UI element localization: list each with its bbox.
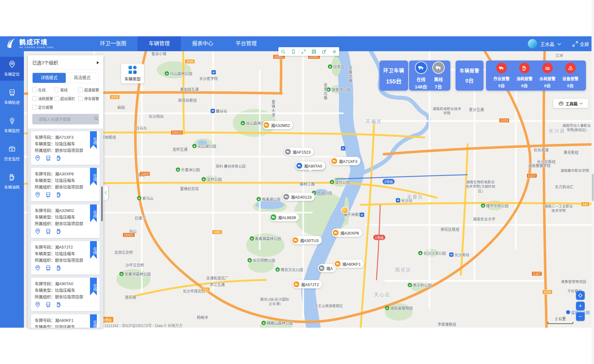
zoom-out-button[interactable]: − <box>576 312 585 321</box>
card-plate: 湘A90TA0 <box>55 281 73 286</box>
share-icon[interactable] <box>319 47 329 56</box>
chevron-down-icon[interactable] <box>557 41 561 47</box>
fuel-record-icon[interactable] <box>56 228 62 236</box>
search-input[interactable] <box>38 117 94 122</box>
card-type: 垃圾压缩车 <box>55 325 75 328</box>
tab-simple-mode[interactable]: 简洁模式 <box>66 73 99 83</box>
water-alarm-icon <box>542 63 553 73</box>
truck-icon <box>335 261 341 267</box>
checkbox-icon[interactable] <box>32 105 37 110</box>
track-vehicle-icon[interactable] <box>45 155 51 162</box>
filter-checkbox[interactable]: 在线 <box>32 87 54 92</box>
tab-detail-mode[interactable]: 详情模式 <box>33 73 66 83</box>
fuel-record-icon[interactable] <box>56 192 62 199</box>
checkbox-icon[interactable] <box>54 96 59 101</box>
mode-tabs: 详情模式 简洁模式 <box>32 73 99 83</box>
vehicle-plate: 湘A32M02 <box>271 122 290 128</box>
fuel-record-icon[interactable] <box>56 265 62 272</box>
vehicle-marker[interactable]: 湘AL8839 <box>270 213 299 222</box>
vehicle-marker[interactable]: 湘A30TU3 <box>291 236 322 245</box>
vehicle-card[interactable]: 车牌号码：湘A30XP6 车辆类型：垃圾压缩车 所属组织：厨余垃圾项目部 在线 <box>31 168 100 201</box>
rail-item-vehicle-track[interactable]: 车辆轨迹 <box>0 85 24 109</box>
locate-button[interactable] <box>576 291 585 300</box>
truck-icon <box>296 163 302 169</box>
checkbox-icon[interactable] <box>32 88 37 92</box>
filter-checkbox[interactable]: 超速报警 <box>78 87 99 92</box>
vehicle-marker[interactable]: 湘A <box>318 264 336 272</box>
checkbox-icon[interactable] <box>78 88 83 92</box>
vehicle-marker[interactable]: 湘A32M02 <box>263 121 293 129</box>
card-org: 厨余垃圾项目部 <box>55 258 83 263</box>
vehicle-marker[interactable]: 湘AD40123 <box>282 193 315 201</box>
scrollbar-thumb[interactable] <box>592 174 594 201</box>
brand-subtitle: HE CHENG HUAN JING <box>19 46 54 49</box>
track-vehicle-icon[interactable] <box>45 302 51 309</box>
truck-icon <box>283 194 289 200</box>
toolbox-button[interactable]: 工具箱 <box>553 99 588 108</box>
map-canvas[interactable]: 智谷小镇乌山森林公园长沙医学院黄金园互通观音岩枢纽麻园长沙西站白马与简家坳枢纽麓… <box>24 51 594 328</box>
vehicle-marker[interactable]: 湘A90TA0 <box>295 162 325 170</box>
mobile-view-icon[interactable] <box>289 47 299 56</box>
locate-vehicle-icon[interactable] <box>35 302 41 309</box>
track-vehicle-icon[interactable] <box>45 228 51 236</box>
search-icon[interactable] <box>94 116 99 122</box>
filter-checkbox[interactable]: 油耗报警 <box>32 96 54 101</box>
vehicle-card[interactable]: 车牌号码：湘A90TA0 车辆类型：垃圾压缩车 所属组织：厨余垃圾项目部 在线 <box>31 278 100 311</box>
filter-checkbox[interactable]: 定位报警 <box>32 105 54 110</box>
locate-vehicle-icon[interactable] <box>35 228 41 236</box>
card-plate: 湘A30XP6 <box>55 172 74 176</box>
filter-checkbox[interactable]: 离线 <box>54 87 78 92</box>
vehicle-card[interactable]: 车牌号码：湘A32M02 车辆类型：垃圾压缩车 所属组织：厨余垃圾项目部 在线 <box>31 204 100 238</box>
card-plate: 湘A80KF1 <box>55 318 74 323</box>
vehicle-marker[interactable]: 湘A80KF1 <box>334 260 364 268</box>
expand-icon[interactable] <box>299 47 309 56</box>
locate-vehicle-icon[interactable] <box>35 155 41 162</box>
vehicle-card[interactable]: 车牌号码：湘A80KF1 车辆类型：垃圾压缩车 所属组织：厨余垃圾项目部 在线 <box>31 314 100 328</box>
card-type: 垃圾压缩车 <box>55 288 75 293</box>
vehicle-plate: 湘A <box>326 265 333 271</box>
filter-checkbox[interactable]: 超出围栏 <box>54 96 78 101</box>
fuel-record-icon[interactable] <box>56 155 62 162</box>
user-avatar[interactable] <box>528 39 537 48</box>
menu-item-reports[interactable]: 报表中心 <box>181 36 224 51</box>
rail-item-vehicle-fuel[interactable]: 车辆油耗 <box>0 170 24 194</box>
zoom-in-button[interactable]: + <box>576 302 585 310</box>
bus-icon <box>8 92 16 97</box>
rail-item-vehicle-monitor[interactable]: 车辆监控 <box>0 113 24 137</box>
fuel-record-icon[interactable] <box>56 302 62 309</box>
browser-scrollbar[interactable] <box>592 0 594 364</box>
checkbox-icon[interactable] <box>32 96 37 101</box>
panel-scrollbar[interactable] <box>101 186 103 221</box>
user-name[interactable]: 王水晶 <box>540 41 554 47</box>
locate-vehicle-icon[interactable] <box>35 265 41 272</box>
track-vehicle-icon[interactable] <box>45 192 51 199</box>
measure-icon[interactable] <box>278 47 289 56</box>
vehicle-marker[interactable]: 湘A30XP6 <box>332 229 362 237</box>
vehicle-card-list: 车牌号码：湘A71XF3 车辆类型：垃圾压缩车 所属组织：厨余垃圾项目部 在线 … <box>28 128 103 328</box>
vehicle-plate: 湘A30XP6 <box>340 230 359 236</box>
rail-item-history-monitor[interactable]: 历史监控 <box>0 142 24 165</box>
save-icon[interactable] <box>309 47 319 56</box>
fullscreen-button[interactable]: 全屏 <box>572 41 589 47</box>
locate-vehicle-icon[interactable] <box>35 192 41 199</box>
panel-collapse-button[interactable] <box>103 186 108 200</box>
rail-item-vehicle-location[interactable]: 车辆定位 <box>0 57 24 81</box>
vehicle-marker[interactable]: 湘AF1523 <box>284 148 314 156</box>
vehicle-plate: 湘AL8839 <box>278 214 296 220</box>
expand-right-icon[interactable] <box>97 61 99 64</box>
vehicle-card[interactable]: 车牌号码：湘A71XF3 车辆类型：垃圾压缩车 所属组织：厨余垃圾项目部 在线 <box>31 131 100 165</box>
track-vehicle-icon[interactable] <box>45 265 51 272</box>
menu-item-vehicle-mgmt[interactable]: 车辆管理 <box>137 36 181 51</box>
org-selector[interactable]: 已选7个组织 <box>28 55 103 70</box>
menu-item-platform[interactable]: 平台管理 <box>224 36 268 51</box>
vehicle-marker[interactable]: 湘A57JT2 <box>293 280 322 289</box>
vehicle-card[interactable]: 车牌号码：湘A57JT2 车辆类型：垃圾压缩车 所属组织：厨余垃圾项目部 在线 <box>31 241 100 275</box>
brand: 鹤成环境 HE CHENG HUAN JING <box>5 37 76 50</box>
settings-icon[interactable] <box>329 47 339 56</box>
vehicle-type-button[interactable]: 车辆类型 <box>121 64 144 83</box>
filter-checkbox[interactable]: 停车报警 <box>78 96 99 101</box>
checkbox-icon[interactable] <box>54 88 59 92</box>
menu-item-overview[interactable]: 环卫一张图 <box>89 36 137 51</box>
checkbox-icon[interactable] <box>78 96 83 101</box>
vehicle-marker[interactable]: 湘A71XF3 <box>331 157 361 165</box>
